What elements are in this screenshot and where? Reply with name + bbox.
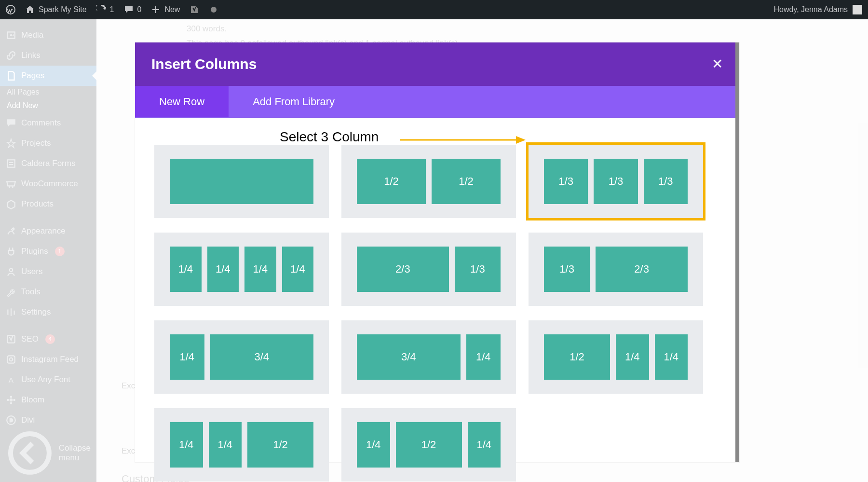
- column-preview: 2/3: [357, 247, 449, 292]
- wp-admin-bar: Spark My Site 1 0 New Howdy, Jenna Adams: [0, 0, 868, 19]
- status-dot[interactable]: [209, 5, 218, 14]
- svg-point-1: [211, 7, 217, 13]
- column-preview: 1/4: [209, 422, 242, 468]
- column-preview: 3/4: [210, 334, 314, 380]
- tab-add-from-library[interactable]: Add From Library: [229, 86, 359, 117]
- column-layout-option-0[interactable]: [154, 145, 329, 218]
- column-preview: 1/2: [432, 159, 501, 204]
- scrollbar[interactable]: [735, 42, 739, 462]
- column-preview: 1/4: [357, 422, 390, 468]
- yoast-indicator[interactable]: [190, 5, 199, 14]
- annotation-label: Select 3 Column: [280, 129, 379, 145]
- comments-count: 0: [137, 5, 142, 14]
- updates-count: 1: [110, 5, 114, 14]
- column-layout-option-7[interactable]: 3/41/4: [341, 320, 516, 394]
- close-icon[interactable]: ✕: [712, 57, 723, 71]
- column-preview: 1/2: [357, 159, 426, 204]
- modal-header: Insert Columns ✕: [135, 42, 739, 86]
- yoast-icon: [190, 5, 199, 14]
- column-layout-option-5[interactable]: 1/32/3: [529, 233, 703, 306]
- column-layout-option-4[interactable]: 2/31/3: [341, 233, 516, 306]
- column-layout-option-10[interactable]: 1/41/21/4: [341, 408, 516, 482]
- column-preview: 1/3: [544, 159, 588, 204]
- column-preview: 1/4: [282, 247, 314, 292]
- column-layouts-grid: 1/21/21/31/31/31/41/41/41/42/31/31/32/31…: [154, 145, 723, 482]
- modal-tabs: New Row Add From Library: [135, 86, 739, 118]
- tab-new-row[interactable]: New Row: [135, 86, 229, 117]
- column-preview: 1/4: [655, 334, 688, 380]
- wp-logo[interactable]: [6, 5, 15, 14]
- column-preview: 1/2: [544, 334, 610, 380]
- column-preview: 1/3: [594, 159, 637, 204]
- comments-link[interactable]: 0: [124, 5, 142, 14]
- svg-marker-22: [516, 136, 526, 144]
- column-preview: 1/2: [396, 422, 462, 468]
- column-layout-option-1[interactable]: 1/21/2: [341, 145, 516, 218]
- site-name-link[interactable]: Spark My Site: [25, 5, 87, 14]
- column-preview: 1/3: [644, 159, 688, 204]
- site-name: Spark My Site: [39, 5, 87, 14]
- annotation-arrow: [400, 134, 526, 146]
- new-label: New: [164, 5, 180, 14]
- column-preview: 2/3: [596, 247, 688, 292]
- column-preview: 1/4: [244, 247, 276, 292]
- modal-title: Insert Columns: [151, 56, 257, 72]
- column-layout-option-3[interactable]: 1/41/41/41/4: [154, 233, 329, 306]
- column-layout-option-6[interactable]: 1/43/4: [154, 320, 329, 394]
- column-preview: 1/4: [170, 422, 203, 468]
- circle-icon: [209, 5, 218, 14]
- column-preview: 1/4: [468, 422, 501, 468]
- new-content-link[interactable]: New: [151, 5, 180, 14]
- comment-icon: [124, 5, 134, 14]
- column-preview: 1/3: [455, 247, 501, 292]
- column-preview: [170, 159, 313, 204]
- column-preview: 1/4: [170, 247, 202, 292]
- column-preview: 1/4: [207, 247, 239, 292]
- column-preview: 1/4: [170, 334, 204, 380]
- column-layout-option-9[interactable]: 1/41/41/2: [154, 408, 329, 482]
- howdy-user[interactable]: Howdy, Jenna Adams: [773, 5, 848, 14]
- column-preview: 1/2: [247, 422, 313, 468]
- column-preview: 1/4: [466, 334, 501, 380]
- column-preview: 1/3: [544, 247, 590, 292]
- refresh-icon: [96, 5, 106, 14]
- avatar[interactable]: [853, 5, 862, 14]
- plus-icon: [151, 5, 161, 14]
- column-preview: 1/4: [616, 334, 649, 380]
- column-layout-option-2[interactable]: 1/31/31/3: [529, 145, 703, 218]
- column-preview: 3/4: [357, 334, 461, 380]
- home-icon: [25, 5, 35, 14]
- updates-link[interactable]: 1: [96, 5, 114, 14]
- column-layout-option-8[interactable]: 1/21/41/4: [529, 320, 703, 394]
